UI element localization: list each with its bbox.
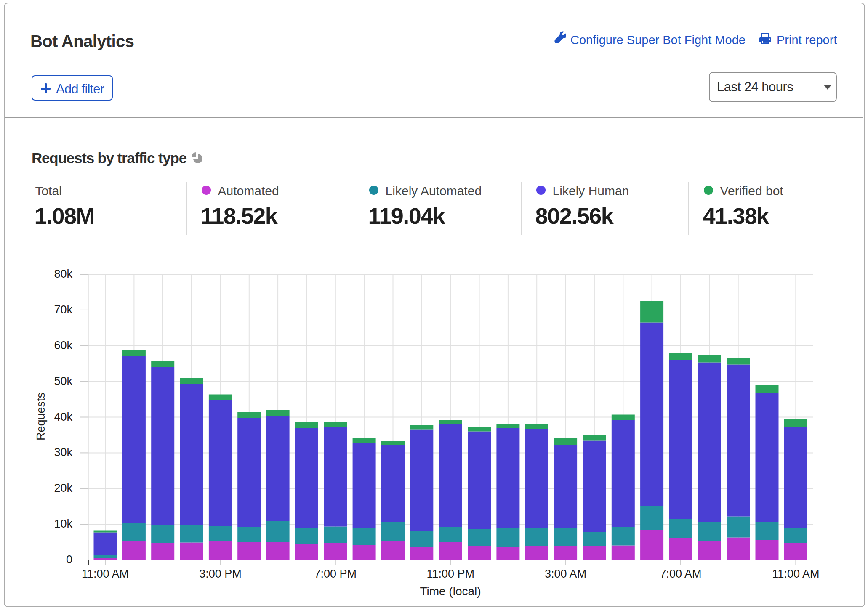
svg-text:7:00 PM: 7:00 PM (314, 568, 357, 580)
svg-text:11:00 AM: 11:00 AM (82, 568, 129, 580)
svg-text:20k: 20k (54, 482, 72, 494)
svg-text:60k: 60k (54, 339, 72, 352)
svg-text:50k: 50k (54, 375, 72, 387)
svg-text:3:00 PM: 3:00 PM (199, 568, 242, 580)
svg-text:11:00 PM: 11:00 PM (426, 568, 474, 580)
svg-text:7:00 AM: 7:00 AM (660, 568, 701, 580)
svg-text:Requests: Requests (35, 393, 47, 440)
svg-text:0: 0 (66, 553, 72, 566)
svg-text:40k: 40k (54, 411, 72, 423)
svg-text:11:00 AM: 11:00 AM (772, 568, 819, 580)
svg-text:80k: 80k (54, 268, 72, 280)
svg-text:30k: 30k (54, 446, 72, 459)
svg-text:Time (local): Time (local) (420, 585, 481, 598)
svg-text:10k: 10k (54, 517, 72, 530)
svg-text:3:00 AM: 3:00 AM (545, 568, 586, 580)
svg-text:70k: 70k (54, 303, 72, 316)
